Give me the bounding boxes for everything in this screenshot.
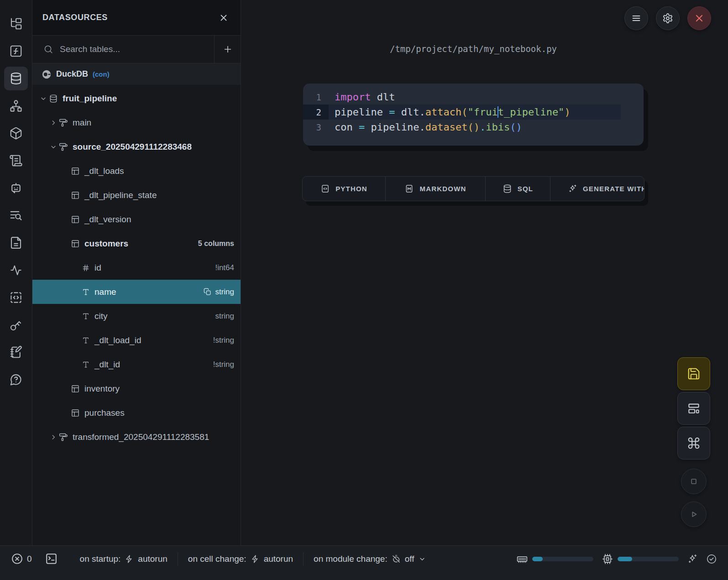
setting-on-startup[interactable]: on startup:autorun <box>70 554 178 564</box>
rail-item-function-square[interactable] <box>4 39 28 63</box>
tree-item-_dlt_version[interactable]: _dlt_version <box>32 207 241 231</box>
tree-item-_dlt_loads[interactable]: _dlt_loads <box>32 159 241 183</box>
add-cell-markdown-button[interactable]: MARKDOWN <box>386 177 486 201</box>
code-cell[interactable]: 1import dlt2pipeline = dlt.attach("fruit… <box>303 84 644 146</box>
copy-icon[interactable] <box>204 288 211 296</box>
settings-button[interactable] <box>656 6 680 30</box>
tree-item-transformed_202504291112283581[interactable]: transformed_202504291112283581 <box>32 425 241 449</box>
table-icon <box>71 191 80 200</box>
run-button[interactable] <box>681 502 707 527</box>
markdown-box-icon <box>404 184 414 193</box>
code-token: pipeline <box>335 106 389 118</box>
connection-status-button[interactable] <box>706 554 717 564</box>
rail-item-bot[interactable] <box>4 176 28 200</box>
status-bar: 0on startup:autorunon cell change:autoru… <box>0 545 728 580</box>
search-input[interactable] <box>60 44 214 54</box>
tree-item-source_202504291112283468[interactable]: source_202504291112283468 <box>32 135 241 159</box>
rail-item-file-text[interactable] <box>4 231 28 255</box>
tree-item-_dlt_pipeline_state[interactable]: _dlt_pipeline_state <box>32 183 241 207</box>
tree-item-_dlt_id[interactable]: _dlt_id!string <box>32 352 241 376</box>
code-line-3[interactable]: 3con = pipeline.dataset().ibis() <box>303 120 644 135</box>
tree-item-fruit_pipeline[interactable]: fruit_pipeline <box>32 86 241 110</box>
schema-icon <box>59 118 68 127</box>
stop-button[interactable] <box>681 469 707 494</box>
list-search-icon <box>9 209 23 222</box>
tree-item-label: _dlt_load_id <box>94 335 141 345</box>
tree-item-customers[interactable]: customers5 columns <box>32 231 241 256</box>
add-cell-python-button[interactable]: PYTHON <box>303 177 386 201</box>
terminal-icon <box>45 552 58 565</box>
number-column-icon <box>82 264 90 272</box>
notebook-file-path: /tmp/project/path/my_notebook.py <box>303 44 644 54</box>
code-box-icon <box>320 184 330 193</box>
code-token: () <box>467 121 480 133</box>
tree-item-meta: string <box>204 287 234 297</box>
save-icon <box>687 367 701 381</box>
tree-item-label: transformed_202504291112283581 <box>73 432 209 442</box>
code-line-1[interactable]: 1import dlt <box>303 89 644 105</box>
close-app-button[interactable] <box>687 6 711 30</box>
tree-item-label: purchases <box>84 408 125 418</box>
memory-icon <box>516 553 528 565</box>
meter-fill <box>532 557 543 561</box>
search-icon <box>43 44 53 54</box>
layout-button[interactable] <box>677 392 710 425</box>
code-token: t_pipeline" <box>498 106 565 118</box>
close-icon[interactable] <box>219 13 229 23</box>
rail-item-key[interactable] <box>4 313 28 337</box>
tree-item-purchases[interactable]: purchases <box>32 401 241 425</box>
tree-item-meta: 5 columns <box>198 240 234 248</box>
setting-on-module-change[interactable]: on module change:off <box>304 554 435 564</box>
rail-item-code-dashed[interactable] <box>4 286 28 309</box>
rail-item-network[interactable] <box>4 94 28 118</box>
code-token: = <box>359 121 365 133</box>
tree-item-inventory[interactable]: inventory <box>32 376 241 401</box>
rail-item-list-search[interactable] <box>4 204 28 227</box>
rail-item-activity[interactable] <box>4 258 28 282</box>
tree-item-id[interactable]: id!int64 <box>32 256 241 280</box>
sparkles-button[interactable] <box>687 554 698 564</box>
tree-item-city[interactable]: citystring <box>32 304 241 328</box>
code-line-2[interactable]: 2pipeline = dlt.attach("fruit_pipeline") <box>303 105 621 120</box>
chevron-right-icon[interactable] <box>50 119 57 126</box>
chevron-right-icon[interactable] <box>50 434 57 441</box>
keyboard-shortcuts-button[interactable] <box>677 427 710 460</box>
terminal-button[interactable] <box>45 552 58 565</box>
rail-item-box[interactable] <box>4 121 28 145</box>
rail-item-file-tree[interactable] <box>4 12 28 36</box>
schema-icon <box>59 433 68 442</box>
sparkles-icon <box>568 184 577 193</box>
code-token: import <box>335 91 371 103</box>
add-cell-generate-with-ai-button[interactable]: GENERATE WITH AI <box>550 177 644 201</box>
connection-row[interactable]: DuckDB (con) <box>32 63 241 85</box>
menu-button[interactable] <box>624 6 648 30</box>
add-datasource-button[interactable] <box>214 36 241 63</box>
tree-item-_dlt_load_id[interactable]: _dlt_load_id!string <box>32 328 241 352</box>
command-icon <box>687 436 701 450</box>
rail-item-scroll-text[interactable] <box>4 149 28 172</box>
chevron-down-icon[interactable] <box>50 143 57 151</box>
circle-x-icon <box>11 553 23 565</box>
rail-item-help-bubble[interactable] <box>4 368 28 392</box>
setting-on-cell-change[interactable]: on cell change:autorun <box>178 554 303 564</box>
meter-fill <box>618 557 632 561</box>
chevron-down-icon[interactable] <box>40 95 47 102</box>
rail-item-database[interactable] <box>4 67 28 90</box>
zap-icon <box>125 554 134 564</box>
database-icon <box>49 94 58 103</box>
code-token: dataset <box>425 121 468 133</box>
tree-item-meta: !string <box>213 360 234 369</box>
tree-item-name[interactable]: namestring <box>32 280 241 304</box>
connection-badge: (con) <box>93 70 110 78</box>
tree-item-label: city <box>94 311 108 321</box>
code-token: . <box>480 121 486 133</box>
add-cell-sql-button[interactable]: SQL <box>486 177 550 201</box>
rail-item-notebook-pen[interactable] <box>4 340 28 364</box>
save-button[interactable] <box>677 357 710 390</box>
timer-off-icon <box>392 554 401 564</box>
memory-usage-meter <box>516 553 593 565</box>
code-text: con = pipeline.dataset().ibis() <box>329 121 522 133</box>
error-count-button[interactable]: 0 <box>11 553 32 565</box>
table-icon <box>71 239 80 248</box>
tree-item-main[interactable]: main <box>32 110 241 135</box>
